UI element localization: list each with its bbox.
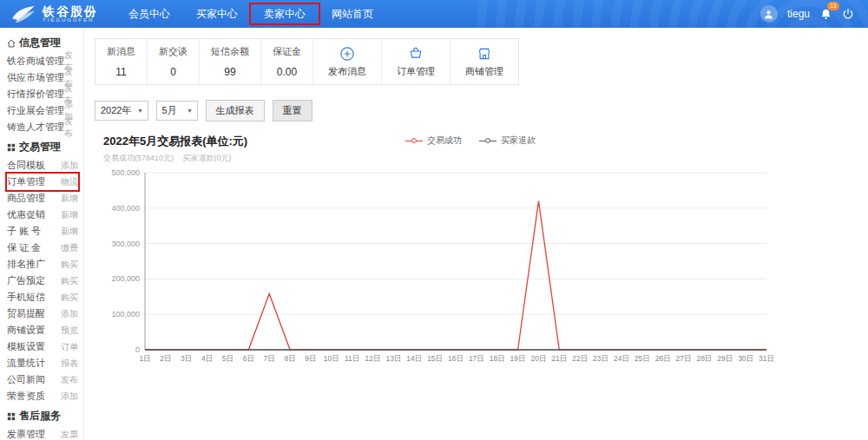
notification-badge: 11: [827, 2, 839, 10]
sidebar-item-action[interactable]: 购买: [61, 259, 78, 271]
stat-value: 11: [107, 66, 135, 78]
filter-bar: 2022年 ▾ 5月 ▾ 生成报表 重置: [95, 100, 854, 121]
sidebar-item[interactable]: 商品管理新增: [7, 190, 78, 207]
sidebar-item[interactable]: 手机短信购买: [7, 289, 78, 305]
year-select-value: 2022年: [101, 104, 131, 117]
sidebar-item[interactable]: 合同模板添加: [7, 157, 78, 174]
topbar-right: tiegu 11: [760, 5, 868, 23]
sidebar-item[interactable]: 广告预定购买: [7, 273, 78, 289]
logo-icon: [10, 4, 36, 23]
svg-text:21日: 21日: [551, 354, 567, 363]
sidebar-item-action[interactable]: 添加: [61, 308, 78, 320]
quick-action[interactable]: 订单管理: [382, 39, 450, 84]
stat-value: 0.00: [273, 66, 301, 78]
legend-item[interactable]: 买家退款: [479, 135, 536, 147]
sidebar-item[interactable]: 订单管理物流: [7, 174, 78, 190]
svg-text:2日: 2日: [160, 354, 171, 363]
sidebar: 信息管理铁谷商城管理发布供应市场管理发布行情报价管理发布行业展会管理添加铸造人才…: [0, 28, 84, 440]
sidebar-item[interactable]: 荣誉资质添加: [7, 388, 78, 404]
sidebar-item-action[interactable]: 报表: [61, 358, 78, 370]
sidebar-item-action[interactable]: 发布: [61, 374, 78, 386]
grid-icon: [7, 143, 16, 152]
sidebar-item-action[interactable]: 新增: [61, 209, 78, 221]
sidebar-item-action[interactable]: 新增: [61, 193, 78, 205]
sidebar-item[interactable]: 贸易提醒添加: [7, 305, 78, 322]
svg-text:28日: 28日: [696, 354, 712, 363]
quick-action-label: 订单管理: [397, 65, 435, 78]
svg-text:11日: 11日: [345, 354, 359, 363]
svg-text:30日: 30日: [738, 354, 753, 363]
sidebar-item-action[interactable]: 发票: [61, 429, 78, 440]
sidebar-item[interactable]: 铸造人才管理发布: [7, 119, 78, 135]
quick-action[interactable]: 发布消息: [313, 39, 382, 84]
legend-line: [490, 141, 496, 141]
year-select[interactable]: 2022年 ▾: [95, 101, 148, 121]
logout-button[interactable]: [842, 8, 854, 20]
sidebar-item-label: 商铺设置: [7, 324, 45, 337]
svg-text:100,000: 100,000: [111, 310, 140, 319]
notifications-button[interactable]: 11: [819, 8, 832, 21]
sidebar-item[interactable]: 发票管理发票: [7, 426, 78, 440]
quick-action[interactable]: 商铺管理: [450, 39, 518, 84]
cart-icon: [408, 46, 424, 62]
svg-text:5日: 5日: [222, 354, 233, 363]
username[interactable]: tiegu: [787, 8, 810, 20]
layout: 信息管理铁谷商城管理发布供应市场管理发布行情报价管理发布行业展会管理添加铸造人才…: [0, 28, 868, 440]
chart-subtitle: 交易成功(578410元) 买家退款(0元): [103, 153, 854, 164]
brand-name: 铁谷股份: [43, 5, 98, 18]
stat-card[interactable]: 新交谈0: [148, 39, 200, 84]
brand-subtitle: TIEGUGUFEN: [43, 17, 98, 23]
sidebar-item[interactable]: 模板设置订单: [7, 338, 78, 355]
sidebar-item-label: 排名推广: [7, 258, 45, 271]
svg-text:27日: 27日: [676, 354, 692, 363]
sidebar-item[interactable]: 流量统计报表: [7, 355, 78, 371]
sidebar-item-action[interactable]: 物流: [61, 176, 78, 188]
stats-bar: 新消息11新交谈0短信余额99保证金0.00发布消息订单管理商铺管理: [95, 38, 519, 85]
sidebar-item[interactable]: 保 证 金缴费: [7, 240, 78, 256]
transaction-chart: 0100,000200,000300,000400,000500,0001日2日…: [95, 164, 780, 371]
chevron-down-icon: ▾: [138, 107, 141, 115]
sidebar-item-action[interactable]: 发布: [64, 115, 78, 140]
stat-value: 0: [159, 66, 187, 78]
sidebar-item-label: 保 证 金: [7, 241, 41, 254]
sidebar-item-action[interactable]: 购买: [61, 275, 78, 287]
legend-item[interactable]: 交易成功: [405, 135, 462, 147]
stat-card[interactable]: 保证金0.00: [261, 39, 313, 84]
nav-item[interactable]: 会员中心: [115, 4, 183, 23]
sidebar-item[interactable]: 公司新闻发布: [7, 371, 78, 388]
sidebar-item-action[interactable]: 新增: [61, 226, 78, 238]
generate-report-button[interactable]: 生成报表: [206, 100, 265, 121]
nav-item[interactable]: 网站首页: [319, 4, 386, 23]
legend-line: [479, 141, 485, 141]
stat-card[interactable]: 短信余额99: [200, 39, 261, 84]
sidebar-item-label: 贸易提醒: [7, 307, 45, 320]
avatar[interactable]: [760, 5, 778, 23]
sidebar-item-label: 行业展会管理: [7, 104, 64, 117]
sidebar-item-action[interactable]: 缴费: [61, 242, 78, 254]
sidebar-item-label: 子 账 号: [7, 225, 41, 238]
sidebar-item-action[interactable]: 购买: [61, 292, 78, 304]
svg-text:23日: 23日: [593, 354, 608, 363]
sidebar-item-action[interactable]: 订单: [61, 341, 78, 353]
stat-card[interactable]: 新消息11: [95, 39, 148, 84]
svg-text:13日: 13日: [385, 354, 401, 363]
plus-circle-icon: [339, 46, 355, 62]
sidebar-item[interactable]: 优惠促销新增: [7, 207, 78, 223]
stat-value: 99: [211, 66, 249, 78]
nav-item[interactable]: 买家中心: [183, 4, 251, 23]
sidebar-item-action[interactable]: 添加: [61, 391, 78, 403]
reset-button[interactable]: 重置: [273, 100, 312, 121]
svg-text:15日: 15日: [427, 354, 443, 363]
sidebar-item-label: 铸造人才管理: [7, 121, 64, 134]
sidebar-item-label: 供应市场管理: [7, 71, 64, 84]
sidebar-item[interactable]: 排名推广购买: [7, 256, 78, 273]
month-select[interactable]: 5月 ▾: [156, 101, 198, 121]
nav-item[interactable]: 卖家中心: [251, 4, 319, 23]
month-select-value: 5月: [162, 104, 177, 117]
sidebar-item[interactable]: 商铺设置预览: [7, 322, 78, 338]
sidebar-item-label: 手机短信: [7, 291, 45, 304]
brand-logo[interactable]: 铁谷股份 TIEGUGUFEN: [0, 4, 115, 23]
sidebar-item-action[interactable]: 添加: [61, 160, 78, 172]
sidebar-item-action[interactable]: 预览: [61, 325, 78, 337]
sidebar-item[interactable]: 子 账 号新增: [7, 223, 78, 240]
